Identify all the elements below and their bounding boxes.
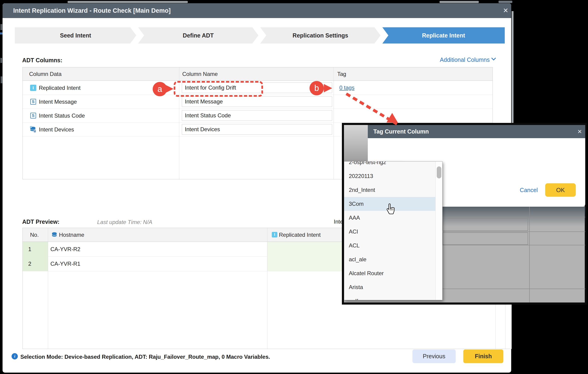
- col-header-replicated-intent: Replicated Intent: [279, 232, 321, 238]
- dropdown-scrollbar-track[interactable]: [435, 161, 442, 300]
- tab-seed-intent[interactable]: Seed Intent: [15, 27, 136, 43]
- intent-icon: I: [30, 85, 36, 91]
- col-header-hostname: Hostname: [59, 232, 84, 238]
- annotation-badge-a: a: [153, 82, 167, 96]
- background-highlight-fragment: [0, 32, 2, 34]
- dialog-titlebar: Intent Replication Wizard - Route Check …: [2, 3, 511, 18]
- dimmed-input-box: [442, 232, 528, 245]
- col-header-no: No.: [30, 232, 39, 238]
- dimmed-table-line: [442, 217, 585, 217]
- string-icon: S: [30, 99, 36, 105]
- last-update-time: Last update Time: N/A: [97, 219, 152, 225]
- column-data-label: Intent Devices: [39, 126, 74, 133]
- list-item[interactable]: 20220113: [344, 169, 435, 183]
- tab-replicate-intent[interactable]: Replicate Intent: [382, 27, 505, 43]
- annotation-badge-b: b: [309, 81, 324, 95]
- row-number: 2: [28, 261, 31, 267]
- tag-dialog-titlebar: Tag Current Column ✕: [368, 125, 585, 138]
- annotation-badge-b-pointer: [324, 84, 332, 92]
- string-icon: S: [30, 113, 36, 118]
- previous-button[interactable]: Previous: [412, 350, 456, 363]
- background-scrollbar-fragment: [440, 1, 479, 3]
- devices-icon: [30, 126, 37, 133]
- dimmed-table-line: [529, 207, 530, 302]
- adt-preview-label: ADT Preview:: [22, 218, 59, 225]
- list-item[interactable]: 2nd_Intent: [344, 183, 435, 197]
- tag-dialog-close-icon[interactable]: ✕: [575, 127, 584, 136]
- info-icon: i: [11, 353, 18, 359]
- column-name-input[interactable]: [182, 96, 332, 107]
- background-text-fragment: [0, 24, 2, 30]
- col-header-column-data: Column Data: [29, 71, 62, 77]
- row-number: 1: [28, 246, 31, 253]
- close-icon[interactable]: ✕: [501, 6, 510, 15]
- column-data-label: Replicated Intent: [39, 85, 81, 91]
- adt-columns-table-header: Column Data Column Name Tag: [23, 67, 493, 81]
- col-header-column-name: Column Name: [182, 71, 218, 77]
- list-item[interactable]: Alcatel Router: [344, 266, 435, 280]
- dimmed-table-line: [442, 231, 585, 232]
- additional-columns-text: Additional Columns: [440, 56, 490, 63]
- intent-icon: I: [272, 232, 277, 237]
- tab-replication-settings[interactable]: Replication Settings: [260, 27, 380, 43]
- column-data-label: Intent Status Code: [39, 112, 85, 119]
- chevron-down-icon: [491, 56, 496, 60]
- tag-dropdown-list: 2-ospf-test-ng2 20220113 2nd_Intent 3Com…: [344, 161, 442, 300]
- zero-tags-link[interactable]: 0 tags: [339, 85, 354, 91]
- dimmed-input-box: [442, 218, 528, 231]
- tag-dialog-title: Tag Current Column: [373, 125, 429, 138]
- hostname-cell: CA-YVR-R2: [51, 246, 80, 253]
- dropdown-scrollbar-thumb[interactable]: [437, 166, 441, 178]
- list-item[interactable]: 2-ospf-test-ng2: [344, 161, 435, 169]
- finish-button[interactable]: Finish: [463, 350, 503, 363]
- dimmed-table-line: [442, 245, 585, 245]
- background-text-fragment: [0, 58, 2, 63]
- row-number-cell: 2: [23, 256, 48, 271]
- col-header-tag: Tag: [337, 71, 346, 77]
- background-text-fragment: [1, 76, 2, 83]
- adt-columns-label: ADT Columns:: [22, 57, 63, 64]
- hand-cursor: [385, 203, 397, 216]
- list-item[interactable]: acl_ale: [344, 253, 435, 266]
- annotation-badge-a-pointer: [165, 85, 173, 93]
- table-row-intent-status-code: S Intent Status Code: [23, 108, 493, 122]
- dimmed-table-line: [442, 289, 585, 289]
- ok-button[interactable]: OK: [545, 183, 576, 197]
- background-scrollbar-fragment: [68, 1, 188, 3]
- dialog-title: Intent Replication Wizard - Route Check …: [13, 3, 171, 18]
- annotation-dashed-box: [174, 81, 263, 97]
- list-item[interactable]: Arista: [344, 280, 435, 294]
- hostname-device-icon: [51, 232, 57, 238]
- background-window-fragment: [498, 1, 512, 3]
- column-name-input[interactable]: [182, 124, 332, 135]
- column-name-input[interactable]: [182, 110, 332, 121]
- cancel-button[interactable]: Cancel: [518, 187, 539, 193]
- additional-columns-link[interactable]: Additional Columns: [430, 56, 495, 63]
- list-item-clipped[interactable]: lf: [344, 294, 435, 300]
- clipped-intent-text: Inte: [334, 218, 342, 225]
- column-data-label: Intent Message: [39, 99, 77, 105]
- row-number-cell: 1: [23, 242, 48, 256]
- tag-dropdown-items: 2-ospf-test-ng2 20220113 2nd_Intent 3Com…: [344, 161, 435, 300]
- list-item[interactable]: ACL: [344, 239, 435, 253]
- tab-define-adt[interactable]: Define ADT: [138, 27, 258, 43]
- hostname-cell: CA-YVR-R1: [51, 261, 80, 267]
- table-row-intent-message: S Intent Message: [23, 95, 493, 108]
- selection-mode-status: Selection Mode: Device-based Replication…: [20, 354, 270, 360]
- list-item[interactable]: ACI: [344, 225, 435, 239]
